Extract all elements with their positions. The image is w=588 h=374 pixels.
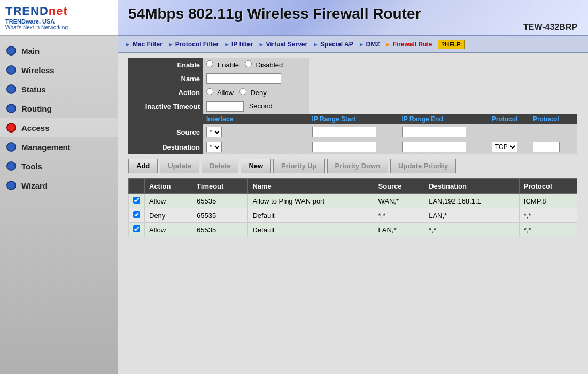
nav-label-proto: Protocol Filter [175, 41, 219, 48]
row-action-1: Deny [145, 208, 192, 223]
enable-row: Enable Enable Disabled [128, 58, 577, 71]
row-check-2[interactable] [129, 223, 145, 237]
dest-interface-cell: * [203, 139, 309, 154]
action-label: Action [128, 86, 203, 99]
row-checkbox-1[interactable] [133, 211, 140, 218]
nav-protocol-filter[interactable]: ► Protocol Filter [166, 40, 221, 49]
row-protocol-2: *,* [519, 223, 577, 237]
nav-arrow-mac: ► [125, 41, 131, 48]
sidebar-item-label-status: Status [21, 85, 46, 94]
nav-dmz[interactable]: ► DMZ [357, 40, 382, 49]
enable-option1-text: Enable [218, 61, 239, 69]
timeout-unit: Second [249, 102, 273, 110]
help-button[interactable]: ?HELP [438, 40, 465, 49]
action-row: Action Allow Deny [128, 86, 577, 99]
sidebar-item-management[interactable]: Management [0, 137, 118, 157]
update-button[interactable]: Update [160, 159, 199, 173]
disabled-radio[interactable] [245, 60, 252, 67]
sidebar-dot-management [6, 142, 16, 152]
table-body: Allow 65535 Allow to Ping WAN port WAN,*… [129, 194, 577, 237]
sidebar-item-routing[interactable]: Routing [0, 99, 118, 118]
row-checkbox-0[interactable] [133, 197, 140, 204]
dest-ip-start-input[interactable] [312, 142, 376, 152]
sidebar-dot-main [6, 46, 16, 56]
source-protocol2-cell [530, 124, 577, 139]
action-value: Allow Deny [203, 86, 309, 99]
row-destination-2: *,* [424, 223, 520, 237]
protocol-header1: Protocol [489, 114, 530, 124]
sidebar-item-tools[interactable]: Tools [0, 157, 118, 176]
sidebar-item-access[interactable]: Access [0, 118, 118, 137]
table-row: Allow 65535 Allow to Ping WAN port WAN,*… [129, 194, 577, 208]
brand-trend: TREND [5, 4, 49, 18]
source-interface-select[interactable]: * [206, 127, 222, 137]
sidebar-dot-access [6, 123, 16, 133]
dest-ip-end-cell [399, 139, 489, 154]
dest-interface-select[interactable]: * [206, 142, 222, 152]
name-input[interactable] [206, 73, 281, 84]
new-button[interactable]: New [241, 159, 271, 173]
update-priority-button[interactable]: Update Priority [390, 159, 456, 173]
source-ip-start-input[interactable] [312, 127, 376, 137]
row-source-1: *,* [374, 208, 424, 223]
sidebar-dot-wizard [6, 181, 16, 190]
deny-radio-label[interactable]: Deny [239, 89, 267, 97]
dest-port-input[interactable] [533, 142, 560, 152]
col-source: Source [374, 179, 424, 194]
allow-radio-label[interactable]: Allow [206, 89, 236, 97]
source-interface-cell: * [203, 124, 309, 139]
sidebar-item-wizard[interactable]: Wizard [0, 176, 118, 195]
source-ip-end-input[interactable] [402, 127, 466, 137]
nav-arrow-ip: ► [224, 41, 230, 48]
sidebar-item-wireless[interactable]: Wireless [0, 60, 118, 80]
nav-special-ap[interactable]: ► Special AP [311, 40, 355, 49]
enable-radio-label[interactable]: Enable [206, 61, 241, 69]
sidebar: TRENDnet TRENDware, USA What's Next in N… [0, 0, 118, 374]
interface-header: Interface [203, 114, 309, 124]
row-check-0[interactable] [129, 194, 145, 208]
brand-net: net [49, 4, 68, 18]
enable-label: Enable [128, 58, 203, 71]
row-checkbox-2[interactable] [133, 225, 140, 232]
brand-sub2: What's Next in Networking [5, 25, 112, 30]
col-action: Action [145, 179, 192, 194]
priority-down-button[interactable]: Priority Down [327, 159, 389, 173]
nav-mac-filter[interactable]: ► Mac Filter [123, 40, 165, 49]
action-buttons: Add Update Delete New Priority Up Priori… [128, 159, 577, 173]
dest-ip-end-input[interactable] [402, 142, 466, 152]
nav-arrow-ap: ► [313, 41, 319, 48]
sidebar-item-main[interactable]: Main [0, 41, 118, 60]
disabled-radio-label[interactable]: Disabled [245, 61, 283, 69]
rules-table: Action Timeout Name Source Destination P… [128, 178, 577, 237]
priority-up-button[interactable]: Priority Up [273, 159, 324, 173]
row-check-1[interactable] [129, 208, 145, 223]
sidebar-item-label-tools: Tools [21, 162, 42, 171]
add-button[interactable]: Add [128, 159, 158, 173]
action-deny-radio[interactable] [239, 88, 246, 95]
nav-virtual-server[interactable]: ► Virtual Server [257, 40, 310, 49]
dest-protocol-select[interactable]: TCP [492, 142, 517, 152]
deny-option-text: Deny [250, 89, 266, 97]
timeout-row: Inactive Timeout Second [128, 99, 577, 114]
nav-arrow-vs: ► [259, 41, 265, 48]
sidebar-dot-routing [6, 104, 16, 113]
nav-firewall-rule[interactable]: ► Firewall Rule [383, 40, 435, 49]
row-name-1: Default [248, 208, 374, 223]
timeout-input[interactable] [206, 101, 244, 112]
nav-arrow-proto: ► [168, 41, 174, 48]
enable-radio[interactable] [206, 60, 213, 67]
sidebar-dot-wireless [6, 65, 16, 75]
sidebar-item-status[interactable]: Status [0, 80, 118, 99]
allow-option-text: Allow [217, 89, 234, 97]
row-name-2: Default [248, 223, 374, 237]
nav-bar: ► Mac Filter ► Protocol Filter ► IP filt… [118, 36, 588, 53]
col-name: Name [248, 179, 374, 194]
row-source-0: WAN,* [374, 194, 424, 208]
sidebar-dot-tools [6, 161, 16, 171]
nav-ip-filter[interactable]: ► IP filter [222, 40, 255, 49]
delete-button[interactable]: Delete [202, 159, 238, 173]
form-area: Enable Enable Disabled Nam [118, 53, 588, 374]
action-allow-radio[interactable] [206, 88, 213, 95]
row-timeout-1: 65535 [192, 208, 248, 223]
nav-label-dmz: DMZ [366, 41, 380, 48]
